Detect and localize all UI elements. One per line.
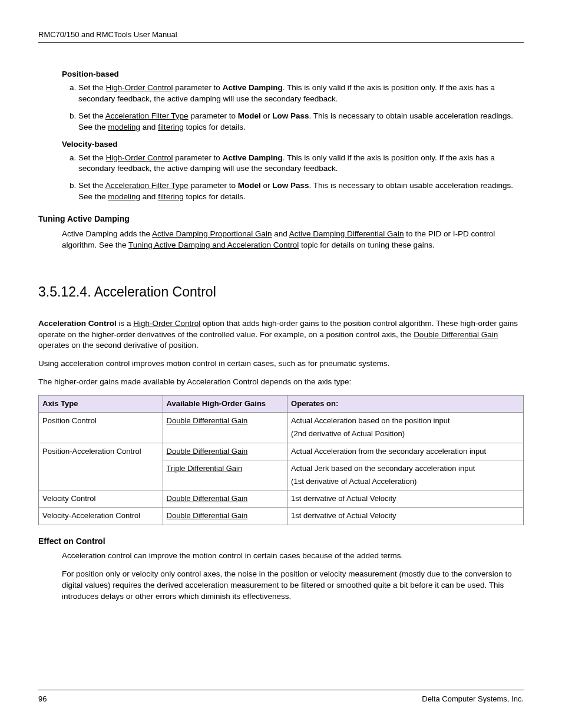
table-row: Position Control Double Differential Gai…: [39, 413, 524, 443]
link-tuning-topic[interactable]: Tuning Active Damping and Acceleration C…: [128, 241, 299, 249]
link-high-order-control[interactable]: High-Order Control: [106, 153, 173, 162]
link-double-differential-gain[interactable]: Double Differential Gain: [167, 511, 248, 520]
link-high-order-control[interactable]: High-Order Control: [133, 319, 200, 328]
gains-table: Axis Type Available High-Order Gains Ope…: [38, 395, 524, 525]
page-number: 96: [38, 694, 47, 704]
position-based-heading: Position-based: [62, 69, 524, 80]
accel-paragraph-2: Using acceleration control improves moti…: [38, 358, 524, 370]
position-based-item-a: Set the High-Order Control parameter to …: [78, 83, 524, 105]
position-based-item-b: Set the Acceleration Filter Type paramet…: [78, 111, 524, 133]
tuning-active-damping-heading: Tuning Active Damping: [38, 213, 524, 225]
table-header-operates: Operates on:: [287, 396, 524, 413]
velocity-based-item-a: Set the High-Order Control parameter to …: [78, 153, 524, 175]
accel-paragraph-1: Acceleration Control is a High-Order Con…: [38, 318, 524, 352]
effect-paragraph-1: Acceleration control can improve the mot…: [62, 551, 524, 562]
link-active-damping-proportional-gain[interactable]: Active Damping Proportional Gain: [152, 229, 272, 238]
table-header-axis-type: Axis Type: [39, 396, 163, 413]
company-name: Delta Computer Systems, Inc.: [422, 694, 524, 704]
effect-paragraph-2: For position only or velocity only contr…: [62, 569, 524, 602]
link-double-differential-gain[interactable]: Double Differential Gain: [167, 447, 248, 456]
link-modeling[interactable]: modeling: [108, 192, 140, 201]
table-header-gains: Available High-Order Gains: [163, 396, 287, 413]
link-high-order-control[interactable]: High-Order Control: [106, 83, 173, 92]
link-filtering[interactable]: filtering: [158, 192, 184, 201]
link-acceleration-filter-type[interactable]: Acceleration Filter Type: [105, 111, 189, 120]
velocity-based-list: Set the High-Order Control parameter to …: [62, 153, 524, 203]
page-header: RMC70/150 and RMCTools User Manual: [38, 29, 524, 43]
link-modeling[interactable]: modeling: [108, 123, 140, 131]
table-row: Velocity-Acceleration Control Double Dif…: [39, 508, 524, 525]
link-double-differential-gain[interactable]: Double Differential Gain: [414, 330, 498, 339]
position-based-list: Set the High-Order Control parameter to …: [62, 83, 524, 133]
effect-on-control-heading: Effect on Control: [38, 536, 524, 548]
link-double-differential-gain[interactable]: Double Differential Gain: [167, 416, 248, 425]
table-row: Position-Acceleration Control Double Dif…: [39, 443, 524, 460]
accel-paragraph-3: The higher-order gains made available by…: [38, 377, 524, 388]
page-footer: 96 Delta Computer Systems, Inc.: [38, 690, 524, 704]
tuning-paragraph: Active Damping adds the Active Damping P…: [62, 229, 524, 251]
velocity-based-item-b: Set the Acceleration Filter Type paramet…: [78, 180, 524, 203]
link-active-damping-differential-gain[interactable]: Active Damping Differential Gain: [289, 229, 404, 238]
link-filtering[interactable]: filtering: [158, 123, 184, 131]
table-row: Velocity Control Double Differential Gai…: [39, 490, 524, 508]
link-acceleration-filter-type[interactable]: Acceleration Filter Type: [105, 181, 189, 190]
link-triple-differential-gain[interactable]: Triple Differential Gain: [167, 464, 243, 473]
acceleration-control-heading: 3.5.12.4. Acceleration Control: [38, 282, 524, 301]
link-double-differential-gain[interactable]: Double Differential Gain: [167, 494, 248, 503]
velocity-based-heading: Velocity-based: [62, 139, 524, 150]
